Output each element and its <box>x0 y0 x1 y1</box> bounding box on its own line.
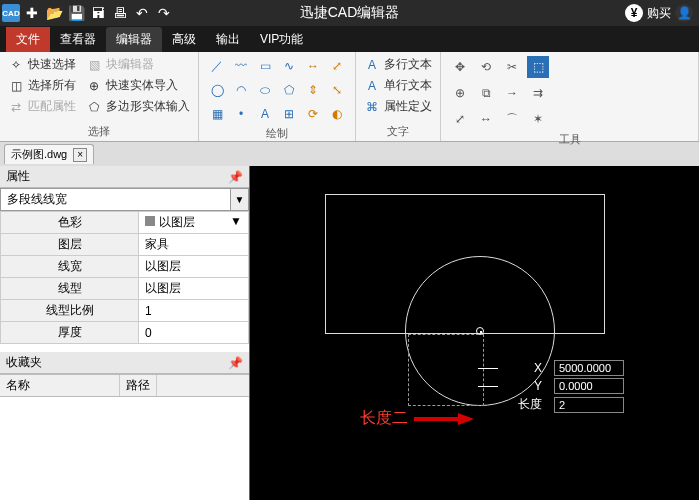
stext-button[interactable]: A单行文本 <box>364 77 432 94</box>
user-icon[interactable]: 👤 <box>675 4 693 22</box>
arc-icon[interactable]: ◠ <box>231 80 251 100</box>
extend-icon[interactable]: → <box>501 82 523 104</box>
saveas-icon[interactable]: 🖬 <box>88 3 108 23</box>
offset-icon[interactable]: ⇉ <box>527 82 549 104</box>
document-tab[interactable]: 示例图.dwg × <box>4 144 94 164</box>
ellipse-icon[interactable]: ⬭ <box>255 80 275 100</box>
hatch-icon[interactable]: ▦ <box>207 104 227 124</box>
circle-icon[interactable]: ◯ <box>207 80 227 100</box>
polygon2-icon[interactable]: ⬠ <box>279 80 299 100</box>
point-icon[interactable]: • <box>231 104 251 124</box>
dim5-icon[interactable]: ⟳ <box>303 104 323 124</box>
save-icon[interactable]: 💾 <box>66 3 86 23</box>
block-editor-icon: ▧ <box>86 57 102 73</box>
attdef-icon: ⌘ <box>364 99 380 115</box>
select-window-icon[interactable]: ⬚ <box>527 56 549 78</box>
col-name[interactable]: 名称 <box>0 375 120 396</box>
spline-icon[interactable]: ∿ <box>279 56 299 76</box>
dim-icon[interactable]: ↔ <box>303 56 323 76</box>
col-path[interactable]: 路径 <box>120 375 157 396</box>
drawing-canvas[interactable]: X 5000.0000 Y 0.0000 长度 2 长度二 <box>250 166 699 500</box>
ribbon-group-select: ✧快速选择 ▧块编辑器 ◫选择所有 ⊕快速实体导入 ⇄匹配属性 ⬠多边形实体输入… <box>0 52 199 141</box>
tab-vip[interactable]: VIP功能 <box>250 27 313 52</box>
quick-access-toolbar: CAD ✚ 📂 💾 🖬 🖶 ↶ ↷ <box>0 3 174 23</box>
print-icon[interactable]: 🖶 <box>110 3 130 23</box>
favorites-columns: 名称 路径 <box>0 374 249 397</box>
match-props-button[interactable]: ⇄匹配属性 <box>8 98 76 115</box>
tab-viewer[interactable]: 查看器 <box>50 27 106 52</box>
rect-icon[interactable]: ▭ <box>255 56 275 76</box>
x-label: X <box>506 361 546 375</box>
properties-table: 色彩以图层 ▼ 图层家具 线宽以图层 线型以图层 线型比例1 厚度0 <box>0 211 249 344</box>
trim-icon[interactable]: ✂ <box>501 56 523 78</box>
stext-icon: A <box>364 78 380 94</box>
match-icon: ⇄ <box>8 99 24 115</box>
stretch-icon[interactable]: ↔ <box>475 108 497 130</box>
titlebar-right: ¥ 购买 👤 <box>625 4 699 22</box>
ribbon-group-label: 绘制 <box>207 126 347 141</box>
block-editor-button[interactable]: ▧块编辑器 <box>86 56 154 73</box>
table-icon[interactable]: ⊞ <box>279 104 299 124</box>
ribbon-group-label: 选择 <box>8 124 190 139</box>
open-icon[interactable]: 📂 <box>44 3 64 23</box>
mtext-icon: A <box>364 57 380 73</box>
quick-select-button[interactable]: ✧快速选择 <box>8 56 76 73</box>
rotate-icon[interactable]: ⟲ <box>475 56 497 78</box>
polygon-icon: ⬠ <box>86 99 102 115</box>
redo-icon[interactable]: ↷ <box>154 3 174 23</box>
ribbon-group-tools: ✥ ⟲ ✂ ⬚ ⊕ ⧉ → ⇉ ⤢ ↔ ⌒ ✶ 工具 <box>441 52 699 141</box>
x-input[interactable]: 5000.0000 <box>554 360 624 376</box>
length-input[interactable]: 2 <box>554 397 624 413</box>
coordinate-input: X 5000.0000 Y 0.0000 长度 2 <box>478 360 624 415</box>
undo-icon[interactable]: ↶ <box>132 3 152 23</box>
pin-icon[interactable]: 📌 <box>228 356 243 370</box>
ribbon-group-text: A多行文本 A单行文本 ⌘属性定义 文字 <box>356 52 441 141</box>
tab-editor[interactable]: 编辑器 <box>106 27 162 52</box>
scale-icon[interactable]: ⤢ <box>449 108 471 130</box>
new-icon[interactable]: ✚ <box>22 3 42 23</box>
red-arrow-icon <box>414 414 474 424</box>
tab-output[interactable]: 输出 <box>206 27 250 52</box>
tab-advanced[interactable]: 高级 <box>162 27 206 52</box>
properties-header: 属性 📌 <box>0 166 249 188</box>
ribbon: ✧快速选择 ▧块编辑器 ◫选择所有 ⊕快速实体导入 ⇄匹配属性 ⬠多边形实体输入… <box>0 52 699 142</box>
explode-icon[interactable]: ✶ <box>527 108 549 130</box>
tab-file[interactable]: 文件 <box>6 27 50 52</box>
chevron-down-icon: ▼ <box>230 189 248 210</box>
buy-link[interactable]: 购买 <box>647 5 671 22</box>
ribbon-group-draw: ／ 〰 ▭ ∿ ↔ ⤢ ◯ ◠ ⬭ ⬠ ⇕ ⤡ ▦ • A ⊞ ⟳ ◐ 绘制 <box>199 52 356 141</box>
select-all-icon: ◫ <box>8 78 24 94</box>
annotation-text: 长度二 <box>360 408 408 429</box>
main-area: 属性 📌 多段线线宽 ▼ 色彩以图层 ▼ 图层家具 线宽以图层 线型以图层 线型… <box>0 166 699 500</box>
attdef-button[interactable]: ⌘属性定义 <box>364 98 432 115</box>
app-logo[interactable]: CAD <box>2 4 20 22</box>
table-row: 线型比例1 <box>1 300 249 322</box>
app-title: 迅捷CAD编辑器 <box>300 4 400 22</box>
dim4-icon[interactable]: ⤡ <box>327 80 347 100</box>
selection-window <box>408 334 484 406</box>
fillet-icon[interactable]: ⌒ <box>501 108 523 130</box>
ribbon-group-label: 文字 <box>364 124 432 139</box>
select-all-button[interactable]: ◫选择所有 <box>8 77 76 94</box>
favorites-title: 收藏夹 <box>6 354 42 371</box>
property-filter-dropdown[interactable]: 多段线线宽 ▼ <box>0 188 249 211</box>
dim6-icon[interactable]: ◐ <box>327 104 347 124</box>
move-icon[interactable]: ✥ <box>449 56 471 78</box>
quick-select-icon: ✧ <box>8 57 24 73</box>
dim2-icon[interactable]: ⤢ <box>327 56 347 76</box>
mirror-icon[interactable]: ⧉ <box>475 82 497 104</box>
currency-icon[interactable]: ¥ <box>625 4 643 22</box>
properties-panel: 属性 📌 多段线线宽 ▼ 色彩以图层 ▼ 图层家具 线宽以图层 线型以图层 线型… <box>0 166 250 500</box>
ribbon-group-label: 工具 <box>449 132 690 147</box>
text-icon[interactable]: A <box>255 104 275 124</box>
copy-icon[interactable]: ⊕ <box>449 82 471 104</box>
polyline-icon[interactable]: 〰 <box>231 56 251 76</box>
dim3-icon[interactable]: ⇕ <box>303 80 323 100</box>
quick-entity-import-button[interactable]: ⊕快速实体导入 <box>86 77 178 94</box>
mtext-button[interactable]: A多行文本 <box>364 56 432 73</box>
close-tab-icon[interactable]: × <box>73 148 87 162</box>
pin-icon[interactable]: 📌 <box>228 170 243 184</box>
y-input[interactable]: 0.0000 <box>554 378 624 394</box>
polygon-input-button[interactable]: ⬠多边形实体输入 <box>86 98 190 115</box>
line-icon[interactable]: ／ <box>207 56 227 76</box>
